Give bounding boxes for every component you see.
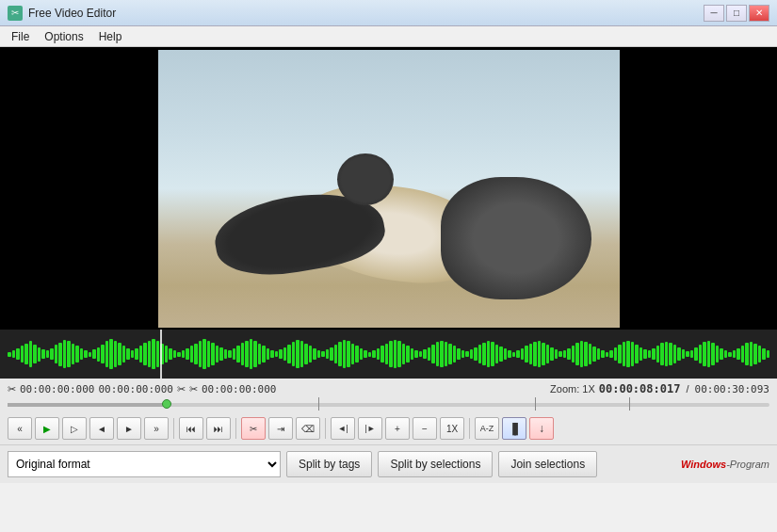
window-title: Free Video Editor [28, 7, 704, 20]
wave-bar [267, 348, 270, 360]
wave-bar [67, 341, 71, 367]
wave-bar [567, 348, 571, 360]
az-button[interactable]: A-Z [475, 417, 499, 440]
wave-bar [720, 348, 723, 360]
wave-bar [677, 347, 681, 361]
wave-bar [321, 351, 325, 357]
menu-file[interactable]: File [4, 28, 37, 45]
close-button[interactable]: ✕ [749, 5, 769, 22]
maximize-button[interactable]: □ [726, 5, 747, 22]
menu-options[interactable]: Options [37, 28, 90, 45]
wave-bar [478, 345, 482, 363]
wave-bar [652, 348, 656, 360]
timeline-marker-3 [629, 397, 630, 411]
wave-bar [694, 347, 698, 361]
speed-button[interactable]: 1X [440, 417, 464, 440]
timeline-area: ✂ 00:00:00:000 00:00:00:000 ✂ ✂ 00:00:00… [0, 379, 777, 444]
wave-bar [618, 345, 622, 363]
wave-bar [516, 350, 520, 358]
wave-bar [199, 341, 202, 367]
wave-bar [109, 339, 113, 369]
wave-bar [16, 348, 20, 360]
menu-help[interactable]: Help [91, 28, 130, 45]
wave-bar [63, 340, 67, 368]
wave-bar [139, 346, 143, 363]
next-frame-button[interactable]: ► [117, 417, 141, 440]
wave-bar [529, 344, 533, 364]
go-start2-button[interactable]: ⏮ [179, 417, 203, 440]
wave-bar [55, 345, 58, 363]
waveform-button[interactable]: ▐▌ [502, 417, 526, 440]
wave-bar [224, 349, 228, 359]
wave-bar [364, 350, 367, 358]
format-select[interactable]: Original format MP4 H.264 AVI MOV MKV [8, 451, 281, 477]
wave-bar [575, 343, 579, 365]
wave-bar [491, 342, 494, 366]
wave-bar [669, 343, 672, 365]
wave-bar [245, 341, 249, 367]
wave-bar [406, 346, 410, 363]
wave-bar [487, 341, 491, 367]
split-by-selections-button[interactable]: Split by selections [378, 451, 493, 477]
go-start-button[interactable]: « [8, 417, 32, 440]
play-button[interactable]: ▶ [35, 417, 59, 440]
wave-bar [29, 341, 33, 367]
wave-bar [436, 342, 440, 366]
prev-frame-button[interactable]: ◄ [89, 417, 114, 440]
download-button[interactable]: ↓ [529, 417, 554, 440]
wave-bar [385, 344, 389, 364]
wave-bar [250, 339, 253, 369]
wave-bar [445, 342, 448, 366]
wave-bar [453, 346, 457, 363]
wave-bar [92, 349, 96, 359]
wave-bar [703, 342, 706, 366]
wave-bar [8, 352, 11, 357]
scissors-icon-small: ✂ [8, 383, 16, 395]
go-end2-button[interactable]: ⏭ [206, 417, 231, 440]
timeline-slider[interactable] [8, 397, 769, 412]
wave-bar [762, 348, 766, 360]
next-marker-button[interactable]: |► [358, 417, 382, 440]
wave-bar [360, 348, 364, 360]
add-marker-button[interactable]: + [385, 417, 410, 440]
time-total: 00:00:30:093 [695, 383, 769, 395]
join-selections-button[interactable]: Join selections [498, 451, 597, 477]
wave-bar [648, 350, 652, 358]
wave-bar [211, 343, 215, 365]
wave-bar [411, 348, 414, 360]
extract-button[interactable]: ⇥ [268, 417, 293, 440]
timeline-thumb[interactable] [162, 399, 171, 409]
video-area [0, 47, 777, 330]
wave-bar [219, 347, 223, 361]
cut-button[interactable]: ✂ [241, 417, 266, 440]
wave-bar [253, 341, 257, 367]
wave-bar [606, 352, 609, 357]
wave-bar [347, 341, 350, 367]
wave-bar [380, 346, 384, 363]
wave-bar [601, 350, 605, 358]
wave-bar [300, 341, 304, 367]
wave-bar [338, 342, 342, 366]
wave-bar [474, 347, 478, 361]
wave-bar [423, 349, 427, 359]
wave-bar [351, 344, 355, 364]
wave-bar [46, 350, 50, 358]
zoom-label: Zoom: 1X [550, 383, 595, 395]
video-preview [158, 50, 620, 328]
wave-bar [84, 350, 88, 358]
minimize-button[interactable]: ─ [704, 5, 724, 22]
go-end-button[interactable]: » [144, 417, 169, 440]
wave-bar [656, 346, 660, 363]
prev-marker-button[interactable]: ◄| [331, 417, 355, 440]
wave-bar [228, 350, 232, 358]
wave-bar [186, 348, 189, 360]
play-selection-button[interactable]: ▷ [62, 417, 87, 440]
wave-bar [326, 349, 330, 359]
time-end-selection: 00:00:00:000 [98, 383, 172, 395]
wave-bar [24, 344, 28, 364]
wave-bar [182, 350, 186, 358]
delete-button[interactable]: ⌫ [296, 417, 320, 440]
wave-bar [126, 348, 130, 360]
split-by-tags-button[interactable]: Split by tags [286, 451, 372, 477]
remove-marker-button[interactable]: − [413, 417, 437, 440]
